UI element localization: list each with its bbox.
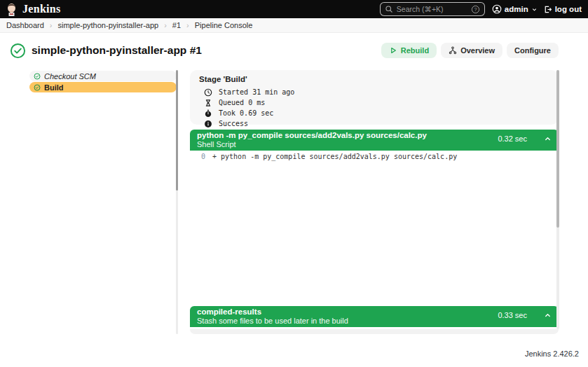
stage-summary-card: Stage 'Build' Started 31 min ago Queued … — [190, 70, 559, 125]
log-line-number[interactable]: 0 — [190, 153, 205, 160]
title-row: simple-python-pyinstaller-app #1 Rebuild… — [10, 41, 559, 60]
stopwatch-icon — [204, 109, 212, 118]
stage-started-row: Started 31 min ago — [199, 87, 549, 97]
stage-queued-row: Queued 0 ms — [199, 97, 549, 108]
step-subtitle: Shell Script — [197, 140, 427, 148]
step-header[interactable]: python -m py_compile sources/add2vals.py… — [190, 130, 559, 151]
log-line-text: + python -m py_compile sources/add2vals.… — [212, 153, 457, 160]
overview-button[interactable]: Overview — [441, 43, 502, 58]
scrollbar-thumb[interactable] — [176, 70, 178, 191]
info-icon — [204, 120, 212, 128]
search-input[interactable] — [397, 5, 467, 13]
hourglass-icon — [204, 99, 212, 107]
stage-heading: Stage 'Build' — [199, 75, 549, 83]
breadcrumb-pipeline-console[interactable]: Pipeline Console — [195, 21, 253, 29]
rebuild-label: Rebuild — [401, 46, 429, 55]
stage-list: Checkout SCM Build — [29, 71, 177, 92]
rebuild-button[interactable]: Rebuild — [381, 43, 437, 58]
overview-label: Overview — [460, 46, 495, 55]
stage-console-panel: Stage 'Build' Started 31 min ago Queued … — [190, 67, 559, 334]
search-help-icon[interactable]: ? — [471, 5, 480, 14]
stage-label: Checkout SCM — [44, 72, 96, 81]
breadcrumb: Dashboard simple-python-pyinstaller-app … — [0, 18, 588, 33]
brand-title[interactable]: Jenkins — [22, 3, 61, 15]
jenkins-butler-logo-icon[interactable] — [6, 2, 17, 16]
search-box[interactable]: ? — [380, 2, 485, 16]
top-bar: Jenkins ? admin log out — [0, 0, 588, 18]
configure-label: Configure — [514, 46, 551, 55]
console-scrollbar[interactable] — [556, 70, 559, 329]
step-duration: 0.32 sec — [498, 134, 527, 143]
pipeline-graph-icon — [449, 46, 457, 55]
jenkins-version-label: Jenkins 2.426.2 — [525, 349, 579, 358]
stage-result-row: Success — [199, 118, 549, 129]
stage-item-checkout-scm[interactable]: Checkout SCM — [29, 71, 177, 81]
stage-took-row: Took 0.69 sec — [199, 108, 549, 118]
stage-list-scrollbar[interactable] — [176, 70, 178, 334]
scrollbar-thumb[interactable] — [556, 70, 559, 228]
user-avatar-icon — [492, 4, 502, 14]
breadcrumb-job[interactable]: simple-python-pyinstaller-app — [58, 21, 172, 29]
step-title: compiled-results — [197, 307, 348, 317]
logout-button[interactable]: log out — [543, 5, 582, 14]
step-header[interactable]: compiled-results Stash some files to be … — [190, 306, 559, 327]
chevron-up-icon[interactable] — [544, 135, 552, 143]
logout-icon — [543, 5, 552, 14]
search-icon — [385, 5, 393, 13]
stage-success-icon — [34, 73, 41, 80]
stage-item-build[interactable]: Build — [29, 82, 177, 92]
stage-started-text: Started 31 min ago — [219, 88, 294, 96]
step-duration: 0.33 sec — [498, 311, 527, 319]
user-name: admin — [505, 5, 528, 13]
chevron-up-icon[interactable] — [544, 312, 552, 319]
console-log-line: 0 + python -m py_compile sources/add2val… — [190, 151, 559, 160]
clock-icon — [204, 88, 212, 97]
configure-button[interactable]: Configure — [507, 43, 559, 58]
stage-took-text: Took 0.69 sec — [219, 109, 273, 117]
breadcrumb-dashboard[interactable]: Dashboard — [6, 21, 58, 29]
stage-label: Build — [44, 83, 64, 92]
stage-result-text: Success — [219, 120, 248, 127]
jenkins-pipeline-console-page: Jenkins ? admin log out — [0, 0, 588, 367]
build-success-icon — [10, 43, 26, 59]
logout-label: log out — [555, 5, 582, 13]
step-title: python -m py_compile sources/add2vals.py… — [197, 131, 427, 140]
chevron-down-icon — [531, 6, 538, 13]
panel-bottom-edge — [190, 329, 559, 334]
play-icon — [389, 46, 397, 55]
action-buttons: Rebuild Overview Configure — [381, 43, 559, 58]
step-subtitle: Stash some files to be used later in the… — [197, 317, 348, 325]
svg-text:?: ? — [474, 6, 477, 12]
page-title: simple-python-pyinstaller-app #1 — [32, 44, 202, 57]
stage-queued-text: Queued 0 ms — [219, 99, 265, 106]
user-menu[interactable]: admin — [492, 4, 538, 14]
stage-success-icon — [34, 84, 41, 91]
breadcrumb-build-number[interactable]: #1 — [172, 21, 195, 29]
step-shell-script: python -m py_compile sources/add2vals.py… — [190, 130, 559, 160]
